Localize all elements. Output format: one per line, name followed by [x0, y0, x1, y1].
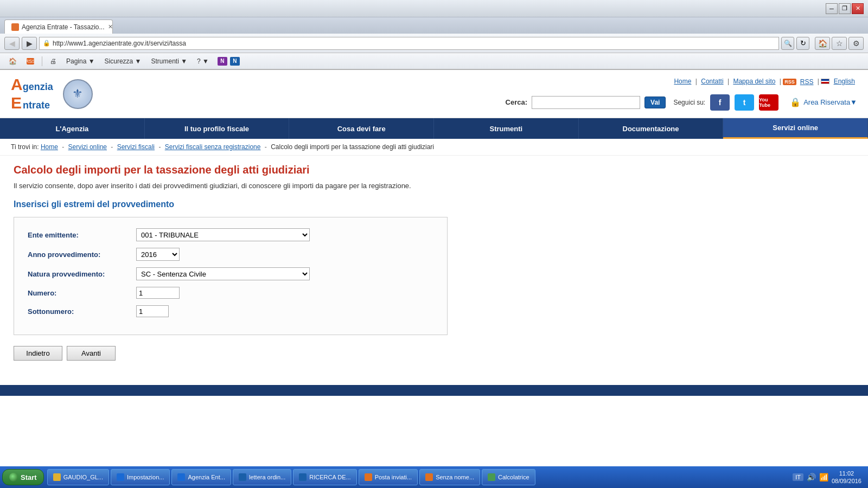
tab-favicon — [11, 23, 19, 31]
outlook2-icon — [425, 473, 433, 481]
home-icon-btn[interactable]: 🏠 — [4, 55, 21, 67]
tab-label: Agenzia Entrate - Tassazio... — [22, 23, 105, 31]
taskbar-ricerca[interactable]: RICERCA DE... — [293, 469, 356, 485]
taskbar-impostaz-label: Impostazion... — [127, 474, 164, 480]
taskbar-tray: IT 🔊 📶 11:02 08/09/2016 — [788, 470, 866, 485]
outlook-icon — [365, 473, 372, 481]
network-icon[interactable]: 📶 — [819, 473, 828, 481]
taskbar-ricerca-label: RICERCA DE... — [309, 474, 350, 480]
anno-provvedimento-row: Anno provvedimento: 2014 2015 2016 2017 — [28, 248, 433, 261]
english-link[interactable]: English — [834, 78, 855, 85]
restore-button[interactable]: ❐ — [839, 3, 851, 14]
logo-a-letter: A — [11, 75, 23, 94]
taskbar-gaudio[interactable]: GAUDIO_GL... — [47, 469, 109, 485]
ente-emittente-select[interactable]: 001 - TRIBUNALE 002 - CORTE D'APPELLO 00… — [136, 228, 310, 241]
start-orb-icon — [9, 473, 18, 481]
sicurezza-menu[interactable]: Sicurezza ▼ — [100, 55, 146, 67]
settings-button[interactable]: ⚙ — [848, 37, 864, 50]
start-button[interactable]: Start — [2, 469, 44, 485]
twitter-icon[interactable]: t — [735, 94, 754, 111]
contatti-link[interactable]: Contatti — [701, 78, 723, 85]
folder-icon — [53, 473, 61, 481]
logo-e-letter: E — [11, 94, 22, 112]
search-area: Cerca: Vai — [506, 96, 666, 109]
home-nav-button[interactable]: 🏠 — [815, 37, 830, 50]
breadcrumb-current: Calcolo degli importi per la tassazione … — [271, 143, 434, 151]
home-link[interactable]: Home — [674, 78, 691, 85]
nav-strumenti[interactable]: Strumenti — [434, 118, 579, 139]
help-menu[interactable]: ? ▼ — [193, 55, 213, 67]
tabbar: Agenzia Entrate - Tassazio... ✕ — [0, 17, 868, 34]
taskbar: Start GAUDIO_GL... Impostazion... Agenzi… — [0, 466, 868, 488]
rss-icon: RSS — [27, 58, 34, 65]
breadcrumb-senzareg[interactable]: Servizi fiscali senza registrazione — [165, 143, 261, 151]
lock-icon: 🔒 — [790, 97, 801, 107]
favorites-button[interactable]: ☆ — [832, 37, 847, 50]
breadcrumb-home[interactable]: Home — [41, 143, 58, 151]
search-button[interactable]: 🔍 — [781, 37, 794, 50]
print-icon: 🖨 — [50, 57, 56, 65]
facebook-icon[interactable]: f — [710, 94, 730, 111]
taskbar-lettera[interactable]: lettera ordin... — [233, 469, 291, 485]
browser-tools: 🏠 ☆ ⚙ — [815, 37, 864, 50]
taskbar-posta[interactable]: Posta inviati... — [359, 469, 418, 485]
anno-provvedimento-select[interactable]: 2014 2015 2016 2017 — [136, 248, 180, 261]
site-header: A genzia E ntrate ⚜ Home | Contatti | Ma… — [0, 70, 868, 118]
tab-close-icon[interactable]: ✕ — [108, 23, 113, 30]
onenote1-button[interactable]: N — [218, 57, 227, 66]
onenote2-button[interactable]: N — [230, 57, 240, 66]
back-button[interactable]: ◀ — [4, 37, 20, 50]
natura-provvedimento-select[interactable]: SC - Sentenza Civile SP - Sentenza Penal… — [136, 267, 310, 280]
taskbar-agenzia[interactable]: Agenzia Ent... — [171, 469, 231, 485]
taskbar-impostaz[interactable]: Impostazion... — [111, 469, 170, 485]
nav-cosafarefare[interactable]: Cosa devi fare — [289, 118, 434, 139]
numero-input[interactable] — [136, 287, 180, 299]
word2-icon — [299, 473, 307, 481]
rss-menu-btn[interactable]: RSS — [22, 55, 39, 67]
natura-provvedimento-label: Natura provvedimento: — [28, 270, 136, 278]
numero-label: Numero: — [28, 289, 136, 297]
nav-documentazione[interactable]: Documentazione — [579, 118, 724, 139]
breadcrumb-servizionline[interactable]: Servizi online — [68, 143, 107, 151]
social-label: Seguici su: — [673, 99, 705, 106]
button-area: Indietro Avanti — [14, 346, 854, 361]
address-text: http://www1.agenziaentrate.gov.it/serviz… — [53, 40, 186, 47]
help-label: ? ▼ — [197, 57, 209, 65]
close-button[interactable]: ✕ — [852, 3, 864, 14]
taskbar-agenzia-label: Agenzia Ent... — [188, 474, 225, 480]
titlebar: ─ ❐ ✕ — [0, 0, 868, 17]
flag-icon — [821, 79, 829, 84]
breadcrumb-servizifiscali[interactable]: Servizi fiscali — [117, 143, 155, 151]
youtube-icon[interactable]: You Tube — [759, 94, 778, 111]
address-input[interactable]: 🔒 http://www1.agenziaentrate.gov.it/serv… — [39, 37, 779, 50]
rss-link[interactable]: RSS RSS — [783, 78, 815, 86]
minimize-button[interactable]: ─ — [826, 3, 838, 14]
taskbar-calc[interactable]: Calcolatrice — [482, 469, 535, 485]
ie2-icon — [177, 473, 185, 481]
nav-profilo[interactable]: Il tuo profilo fiscale — [145, 118, 290, 139]
page-description: Il servizio consente, dopo aver inserito… — [14, 182, 854, 190]
forward-button[interactable]: ▶ — [22, 37, 37, 50]
nav-lagenzia[interactable]: L'Agenzia — [0, 118, 145, 139]
logo-genzia: genzia — [23, 81, 53, 93]
volume-icon[interactable]: 🔊 — [807, 473, 816, 481]
area-riservata-button[interactable]: 🔒 Area Riservata▼ — [790, 97, 857, 107]
print-menu-btn[interactable]: 🖨 — [46, 55, 61, 67]
site-nav: L'Agenzia Il tuo profilo fiscale Cosa de… — [0, 118, 868, 139]
mappa-link[interactable]: Mappa del sito — [733, 78, 775, 85]
language-badge[interactable]: IT — [793, 473, 803, 481]
nav-servizionline[interactable]: Servizi online — [723, 118, 868, 139]
taskbar-gaudio-label: GAUDIO_GL... — [63, 474, 103, 480]
area-riservata-label: Area Riservata▼ — [803, 98, 857, 106]
pagina-menu[interactable]: Pagina ▼ — [62, 55, 99, 67]
strumenti-menu[interactable]: Strumenti ▼ — [146, 55, 192, 67]
refresh-button[interactable]: ↻ — [796, 37, 809, 50]
browser-tab-active[interactable]: Agenzia Entrate - Tassazio... ✕ — [4, 20, 113, 34]
indietro-button[interactable]: Indietro — [14, 346, 62, 361]
sottonumero-input[interactable] — [136, 305, 169, 317]
search-input[interactable] — [532, 96, 640, 109]
avanti-button[interactable]: Avanti — [67, 346, 116, 361]
website-content: A genzia E ntrate ⚜ Home | Contatti | Ma… — [0, 70, 868, 467]
taskbar-senzanome[interactable]: Senza nome... — [419, 469, 480, 485]
vai-button[interactable]: Vai — [644, 97, 666, 108]
